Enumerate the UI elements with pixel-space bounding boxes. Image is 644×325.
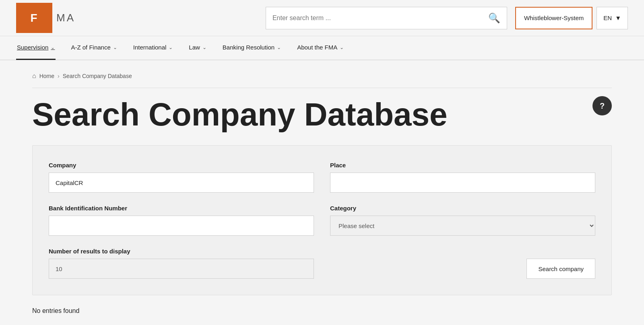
nav-label-supervision: Supervision [17, 44, 48, 51]
logo-text: MA [56, 12, 75, 24]
chevron-down-icon: ⌄ [113, 45, 117, 50]
breadcrumb-current: Search Company Database [63, 73, 132, 79]
logo-area: F MA [16, 3, 75, 33]
nav-label-about: About the FMA [297, 44, 337, 51]
page-title-row: Search Company Database ? [32, 96, 612, 133]
breadcrumb-separator: › [58, 73, 60, 79]
no-entries-message: No entries found [32, 303, 612, 319]
nav-bar: Supervision ⌄ A-Z of Finance ⌄ Internati… [0, 36, 644, 60]
place-label: Place [330, 162, 595, 169]
search-icon[interactable]: 🔍 [488, 12, 500, 24]
company-group: Company [49, 162, 314, 193]
chevron-down-icon: ⌄ [169, 45, 173, 50]
main-content: ⌂ Home › Search Company Database Search … [16, 60, 628, 325]
chevron-down-icon: ⌄ [202, 45, 206, 50]
form-row-2: Bank Identification Number Category Plea… [49, 205, 595, 236]
nav-label-az: A-Z of Finance [71, 44, 110, 51]
num-results-group: Number of results to display [49, 248, 314, 279]
category-select[interactable]: Please select [330, 216, 595, 236]
nav-item-supervision[interactable]: Supervision ⌄ [16, 36, 56, 60]
help-button[interactable]: ? [592, 96, 612, 115]
logo-letter: F [30, 12, 38, 25]
nav-item-international[interactable]: International ⌄ [132, 36, 174, 60]
breadcrumb-divider [32, 88, 612, 88]
page-title: Search Company Database [32, 96, 448, 133]
nav-label-law: Law [189, 44, 200, 51]
help-icon: ? [600, 101, 605, 111]
bank-id-group: Bank Identification Number [49, 205, 314, 236]
nav-label-banking: Banking Resolution [223, 44, 275, 51]
language-label: EN [603, 14, 612, 21]
chevron-down-icon: ⌄ [340, 45, 344, 50]
bank-id-input[interactable] [49, 216, 314, 236]
global-search-bar: 🔍 [266, 7, 507, 29]
nav-item-law[interactable]: Law ⌄ [188, 36, 207, 60]
search-company-button[interactable]: Search company [526, 259, 595, 279]
place-group: Place [330, 162, 595, 193]
category-group: Category Please select [330, 205, 595, 236]
logo-icon[interactable]: F [16, 3, 52, 33]
category-label: Category [330, 205, 595, 212]
chevron-down-icon: ▼ [615, 14, 621, 21]
num-results-label: Number of results to display [49, 248, 314, 255]
search-button-area: Search company [330, 259, 595, 279]
home-icon: ⌂ [32, 72, 36, 80]
global-search-input[interactable] [272, 14, 488, 22]
nav-label-international: International [133, 44, 167, 51]
bank-id-label: Bank Identification Number [49, 205, 314, 212]
search-form: Company Place Bank Identification Number… [32, 145, 612, 295]
nav-item-banking-resolution[interactable]: Banking Resolution ⌄ [222, 36, 282, 60]
chevron-down-icon: ⌄ [277, 45, 281, 50]
nav-item-about-fma[interactable]: About the FMA ⌄ [296, 36, 345, 60]
chevron-down-icon: ⌄ [51, 45, 55, 50]
num-results-input[interactable] [49, 259, 314, 279]
company-label: Company [49, 162, 314, 169]
form-row-3: Number of results to display Search comp… [49, 248, 595, 279]
form-row-1: Company Place [49, 162, 595, 193]
place-input[interactable] [330, 173, 595, 193]
breadcrumb: ⌂ Home › Search Company Database [32, 72, 612, 80]
company-input[interactable] [49, 173, 314, 193]
language-selector[interactable]: EN ▼ [597, 7, 628, 29]
breadcrumb-home-link[interactable]: Home [39, 73, 54, 79]
whistleblower-button[interactable]: Whistleblower-System [515, 7, 592, 29]
nav-item-az-finance[interactable]: A-Z of Finance ⌄ [70, 36, 118, 60]
